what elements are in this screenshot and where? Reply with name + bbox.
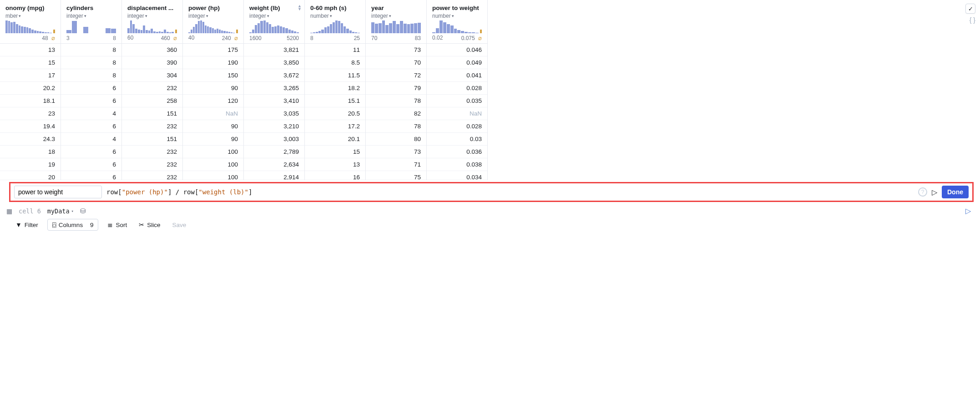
cell[interactable]: 0.041 bbox=[427, 69, 487, 82]
cell[interactable]: 0.036 bbox=[427, 146, 487, 158]
cell[interactable]: 0.046 bbox=[427, 44, 487, 56]
cell[interactable]: 2,789 bbox=[244, 146, 304, 158]
column-header[interactable]: 0-60 mph (s)number ▾825 bbox=[305, 0, 365, 44]
database-icon[interactable]: ⛁ bbox=[80, 207, 86, 215]
cell[interactable]: 151 bbox=[122, 133, 182, 146]
cell[interactable]: 15.1 bbox=[305, 95, 365, 107]
cell[interactable]: 24.3 bbox=[0, 133, 61, 146]
cell[interactable]: 175 bbox=[183, 44, 243, 56]
cell[interactable]: 18.1 bbox=[0, 95, 61, 107]
cell[interactable]: 6 bbox=[61, 82, 121, 95]
cell[interactable]: 78 bbox=[366, 120, 426, 133]
confirm-button[interactable]: ✓ bbox=[965, 4, 975, 14]
cell[interactable]: 79 bbox=[366, 82, 426, 95]
column-header[interactable]: onomy (mpg)mber ▾48 ⌀ bbox=[0, 0, 61, 44]
cell[interactable]: 0.03 bbox=[427, 133, 487, 146]
cell[interactable]: 17 bbox=[0, 69, 61, 82]
histogram[interactable] bbox=[371, 20, 421, 33]
cell[interactable]: 13 bbox=[305, 158, 365, 171]
columns-button[interactable]: ⌼ Columns 9 bbox=[47, 219, 99, 231]
formula-expression-input[interactable]: row["power (hp)"] / row["weight (lb)"] bbox=[106, 188, 914, 196]
cell[interactable]: 72 bbox=[366, 69, 426, 82]
cell[interactable]: 360 bbox=[122, 44, 182, 56]
cell[interactable]: 6 bbox=[61, 171, 121, 180]
cell[interactable]: 73 bbox=[366, 44, 426, 56]
run-icon[interactable]: ▷ bbox=[932, 188, 937, 197]
cell[interactable]: 20.2 bbox=[0, 82, 61, 95]
cell[interactable]: 4 bbox=[61, 133, 121, 146]
cell[interactable]: 75 bbox=[366, 171, 426, 180]
cell[interactable]: NaN bbox=[427, 107, 487, 120]
cell[interactable]: 8 bbox=[61, 44, 121, 56]
histogram[interactable] bbox=[432, 20, 482, 33]
histogram[interactable] bbox=[5, 20, 55, 33]
cell[interactable]: 16 bbox=[305, 171, 365, 180]
cell[interactable]: 90 bbox=[183, 120, 243, 133]
cell[interactable]: 17.2 bbox=[305, 120, 365, 133]
column-type-selector[interactable]: number ▾ bbox=[432, 13, 454, 19]
histogram[interactable] bbox=[310, 20, 360, 33]
cell[interactable]: 304 bbox=[122, 69, 182, 82]
column-header[interactable]: power (hp)integer ▾40240 ⌀ bbox=[183, 0, 243, 44]
column-type-selector[interactable]: integer ▾ bbox=[249, 13, 269, 19]
cell[interactable]: 18 bbox=[0, 146, 61, 158]
cell[interactable]: 2,914 bbox=[244, 171, 304, 180]
histogram[interactable] bbox=[66, 20, 116, 33]
cell[interactable]: 8 bbox=[61, 69, 121, 82]
cell[interactable]: 18.2 bbox=[305, 82, 365, 95]
data-variable-selector[interactable]: myData▾ bbox=[47, 207, 74, 215]
cell[interactable]: 90 bbox=[183, 133, 243, 146]
cell[interactable]: 71 bbox=[366, 158, 426, 171]
cell[interactable]: 2,634 bbox=[244, 158, 304, 171]
cell[interactable]: 151 bbox=[122, 107, 182, 120]
cell[interactable]: NaN bbox=[183, 107, 243, 120]
cell[interactable]: 0.035 bbox=[427, 95, 487, 107]
cell[interactable]: 20 bbox=[0, 171, 61, 180]
filter-button[interactable]: ▼ Filter bbox=[13, 219, 41, 230]
sort-button[interactable]: ≣ Sort bbox=[105, 219, 130, 230]
cell[interactable]: 20.1 bbox=[305, 133, 365, 146]
column-type-selector[interactable]: integer ▾ bbox=[371, 13, 391, 19]
cell[interactable]: 15 bbox=[0, 56, 61, 69]
cell[interactable]: 13 bbox=[0, 44, 61, 56]
cell[interactable]: 73 bbox=[366, 146, 426, 158]
column-type-selector[interactable]: integer ▾ bbox=[188, 13, 208, 19]
cell[interactable]: 6 bbox=[61, 120, 121, 133]
cell[interactable]: 3,003 bbox=[244, 133, 304, 146]
cell[interactable]: 6 bbox=[61, 158, 121, 171]
cell[interactable]: 8 bbox=[61, 56, 121, 69]
cell[interactable]: 6 bbox=[61, 146, 121, 158]
cell[interactable]: 232 bbox=[122, 158, 182, 171]
cell[interactable]: 20.5 bbox=[305, 107, 365, 120]
column-header[interactable]: weight (lb)integer ▾▲▼⋮⋮16005200 bbox=[244, 0, 304, 44]
cell[interactable]: 90 bbox=[183, 82, 243, 95]
cell[interactable]: 23 bbox=[0, 107, 61, 120]
cell[interactable]: 150 bbox=[183, 69, 243, 82]
done-button[interactable]: Done bbox=[942, 186, 969, 198]
cell[interactable]: 3,265 bbox=[244, 82, 304, 95]
cell[interactable]: 390 bbox=[122, 56, 182, 69]
cell[interactable]: 232 bbox=[122, 82, 182, 95]
histogram[interactable] bbox=[127, 20, 177, 33]
cell[interactable]: 100 bbox=[183, 146, 243, 158]
cell[interactable]: 258 bbox=[122, 95, 182, 107]
cell[interactable]: 19.4 bbox=[0, 120, 61, 133]
cell[interactable]: 0.028 bbox=[427, 120, 487, 133]
cell[interactable]: 3,821 bbox=[244, 44, 304, 56]
slice-button[interactable]: ✂ Slice bbox=[136, 219, 163, 230]
cell[interactable]: 0.049 bbox=[427, 56, 487, 69]
cell[interactable]: 19 bbox=[0, 158, 61, 171]
cell[interactable]: 0.028 bbox=[427, 82, 487, 95]
cell[interactable]: 78 bbox=[366, 95, 426, 107]
cell[interactable]: 3,410 bbox=[244, 95, 304, 107]
new-column-name-input[interactable] bbox=[14, 186, 102, 198]
cell[interactable]: 100 bbox=[183, 171, 243, 180]
column-type-selector[interactable]: mber ▾ bbox=[5, 13, 21, 19]
run-cell-icon[interactable]: ▷ bbox=[965, 207, 971, 215]
histogram[interactable] bbox=[188, 20, 238, 33]
cell[interactable]: 232 bbox=[122, 120, 182, 133]
cell[interactable]: 3,035 bbox=[244, 107, 304, 120]
column-header[interactable]: cylindersinteger ▾38 bbox=[61, 0, 121, 44]
cell[interactable]: 70 bbox=[366, 56, 426, 69]
histogram[interactable] bbox=[249, 20, 299, 33]
